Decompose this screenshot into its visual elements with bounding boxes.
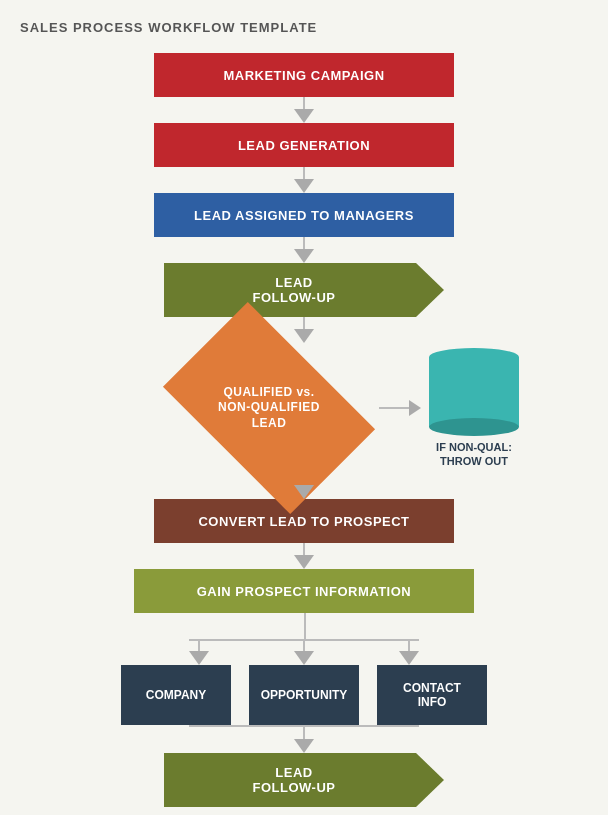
arrow-down: [294, 249, 314, 263]
arrow-down: [294, 555, 314, 569]
branch-horiz-line: [189, 639, 419, 641]
contact-info-node: CONTACTINFO: [377, 665, 487, 725]
contact-info-col: CONTACTINFO: [377, 665, 487, 725]
branch-right: [399, 641, 419, 665]
lead-generation-node: LEAD GENERATION: [154, 123, 454, 167]
branch-left: [189, 641, 209, 665]
lead-assigned-node: LEAD ASSIGNED TO MANAGERS: [154, 193, 454, 237]
arrow-down: [294, 179, 314, 193]
connector-line: [303, 167, 305, 179]
cylinder-body: [429, 357, 519, 427]
company-node: COMPANY: [121, 665, 231, 725]
connector-line: [303, 97, 305, 109]
connector-line: [303, 543, 305, 555]
arrow-down: [294, 109, 314, 123]
arrow-down: [294, 739, 314, 753]
marketing-campaign-node: MARKETING CAMPAIGN: [154, 53, 454, 97]
branch-line: [408, 641, 410, 651]
gain-node: GAIN PROSPECT INFORMATION: [134, 569, 474, 613]
branch-vert-line: [304, 613, 306, 641]
opportunity-node: OPPORTUNITY: [249, 665, 359, 725]
side-connector-line: [379, 407, 409, 409]
qualified-diamond-node: QUALIFIED vs.NON-QUALIFIEDLEAD: [169, 343, 369, 473]
lead-followup2-node: LEADFOLLOW-UP: [164, 753, 444, 807]
lead-followup1-text: LEADFOLLOW-UP: [253, 275, 336, 305]
flowchart: MARKETING CAMPAIGN LEAD GENERATION LEAD …: [10, 53, 598, 807]
lead-followup1-node: LEADFOLLOW-UP: [164, 263, 444, 317]
arrow-down: [294, 485, 314, 499]
lead-followup2-text: LEADFOLLOW-UP: [253, 765, 336, 795]
branch-line: [198, 641, 200, 651]
arrow-down: [294, 329, 314, 343]
opportunity-col: OPPORTUNITY: [249, 665, 359, 725]
side-arrow-right: [409, 400, 421, 416]
branch-line: [303, 641, 305, 651]
arrow-down: [189, 651, 209, 665]
diamond-row: QUALIFIED vs.NON-QUALIFIEDLEAD IF NON-QU…: [10, 343, 598, 473]
convert-node: CONVERT LEAD TO PROSPECT: [154, 499, 454, 543]
three-col: COMPANY OPPORTUNITY CONTACTINFO: [134, 665, 474, 725]
connector-line: [303, 237, 305, 249]
connector-line: [303, 317, 305, 329]
nonqual-text: IF NON-QUAL:THROW OUT: [436, 440, 512, 469]
arrow-down: [399, 651, 419, 665]
nonqual-cylinder-container: IF NON-QUAL:THROW OUT: [429, 348, 519, 469]
qualified-text: QUALIFIED vs.NON-QUALIFIEDLEAD: [218, 385, 320, 432]
page-title: SALES PROCESS WORKFLOW TEMPLATE: [20, 20, 598, 35]
branch-center: [294, 641, 314, 665]
arrow-down: [294, 651, 314, 665]
company-col: COMPANY: [121, 665, 231, 725]
converge-vert-line: [303, 727, 305, 739]
cylinder-bottom: [429, 418, 519, 436]
